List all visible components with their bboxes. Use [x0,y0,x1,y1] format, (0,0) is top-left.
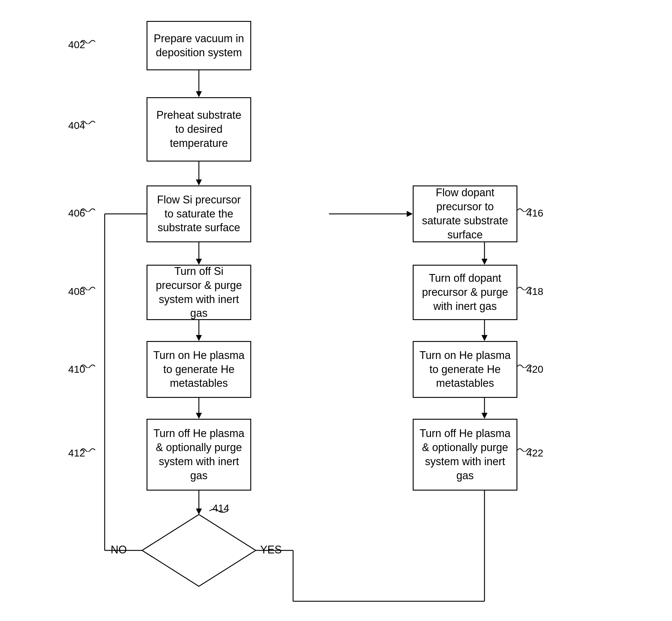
box-416: Flow dopant precursor to saturate substr… [413,185,517,242]
svg-marker-5 [196,259,202,265]
svg-marker-11 [196,508,202,514]
svg-marker-1 [196,91,202,97]
box-422: Turn off He plasma & optionally purge sy… [413,419,517,491]
svg-marker-12 [142,514,256,586]
svg-marker-9 [196,413,202,419]
box-404: Preheat substrate to desired temperature [146,97,251,162]
box-408: Turn off Si precursor & purge system wit… [146,265,251,320]
box-406: Flow Si precursor to saturate the substr… [146,185,251,242]
box-410: Turn on He plasma to generate He metasta… [146,341,251,398]
svg-marker-29 [407,211,413,217]
svg-marker-7 [196,335,202,341]
flowchart-container: NO YES 414 Prepare vacuum [0,0,672,621]
svg-marker-25 [481,335,488,341]
connector-svg: NO YES 414 [0,0,672,621]
box-418: Turn off dopant precursor & purge with i… [413,265,517,320]
box-402: Prepare vacuum in deposition system [146,21,251,70]
svg-marker-3 [196,179,202,185]
box-412: Turn off He plasma & optionally purge sy… [146,419,251,491]
svg-text:414: 414 [212,502,229,513]
box-420: Turn on He plasma to generate He metasta… [413,341,517,398]
no-label: NO [111,543,127,556]
yes-label: YES [260,543,282,556]
svg-marker-27 [481,413,488,419]
svg-marker-23 [481,259,488,265]
